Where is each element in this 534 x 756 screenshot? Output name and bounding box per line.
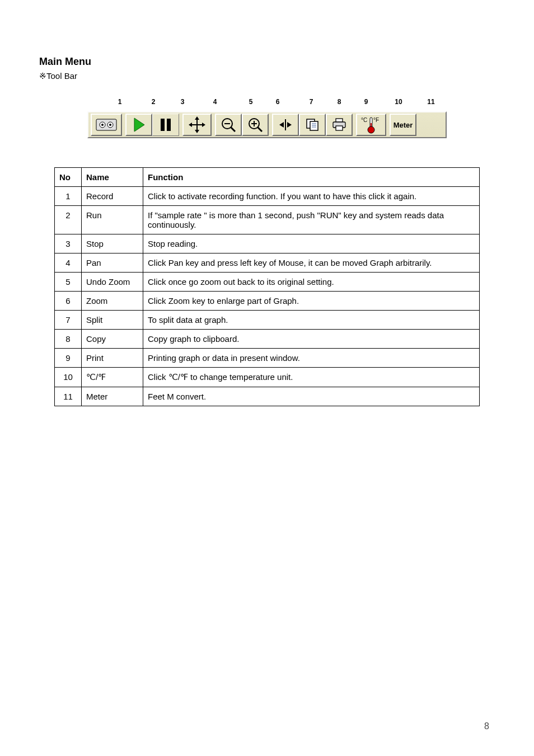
toolbar-number: 3 [181, 98, 185, 106]
svg-rect-29 [336, 119, 343, 122]
cell-no: 3 [55, 234, 82, 253]
thermometer-icon: °C °F [360, 115, 382, 134]
cell-no: 7 [55, 311, 82, 330]
svg-marker-10 [195, 116, 199, 120]
toolbar-figure: 1 2 3 4 5 6 7 8 9 10 11 [87, 98, 447, 138]
svg-marker-13 [202, 123, 205, 127]
celsius-fahrenheit-button[interactable]: °C °F [356, 114, 386, 136]
svg-marker-12 [189, 123, 192, 127]
zoom-in-icon [247, 117, 263, 133]
cell-name: Pan [82, 253, 143, 273]
table-header-no: No [55, 168, 82, 187]
cell-name: Run [82, 206, 143, 234]
meter-button[interactable]: Meter [390, 114, 416, 136]
section-subtitle: ※Tool Bar [39, 71, 495, 81]
table-header-fn: Function [143, 168, 480, 187]
toolbar-number: 10 [395, 98, 402, 106]
cell-fn: Feet M convert. [143, 387, 480, 406]
table-row: 10 ℃/℉ Click ℃/℉ to change temperature u… [55, 368, 480, 387]
toolbar-description-table: No Name Function 1 Record Click to activ… [54, 167, 480, 406]
cell-name: Undo Zoom [82, 273, 143, 292]
cell-name: Record [82, 187, 143, 206]
printer-icon [331, 118, 347, 132]
table-row: 3 Stop Stop reading. [55, 234, 480, 253]
svg-rect-7 [167, 119, 171, 131]
svg-point-36 [368, 126, 374, 133]
cell-no: 6 [55, 292, 82, 311]
svg-line-20 [257, 127, 262, 132]
svg-line-16 [231, 127, 235, 132]
cell-no: 5 [55, 273, 82, 292]
cell-name: Zoom [82, 292, 143, 311]
record-button[interactable] [91, 114, 122, 136]
svg-text:°C: °C [361, 117, 367, 123]
table-row: 11 Meter Feet M convert. [55, 387, 480, 406]
table-row: 8 Copy Copy graph to clipboard. [55, 330, 480, 349]
cell-name: Meter [82, 387, 143, 406]
svg-rect-6 [161, 119, 165, 131]
toolbar-number: 2 [152, 98, 156, 106]
cell-fn: Stop reading. [143, 234, 480, 253]
run-button[interactable] [125, 114, 152, 136]
table-row: 1 Record Click to activate recording fun… [55, 187, 480, 206]
cell-fn: Click Pan key and press left key of Mous… [143, 253, 480, 273]
svg-text:°F: °F [373, 117, 379, 123]
pan-button[interactable] [182, 114, 212, 136]
zoom-out-icon [221, 117, 236, 133]
toolbar-number: 11 [427, 98, 434, 106]
toolbar-number-row: 1 2 3 4 5 6 7 8 9 10 11 [87, 98, 447, 109]
cell-fn: To split data at graph. [143, 311, 480, 330]
cell-no: 4 [55, 253, 82, 273]
svg-marker-11 [195, 130, 199, 133]
cell-fn: Click to activate recording function. If… [143, 187, 480, 206]
meter-label: Meter [394, 121, 413, 129]
zoom-button[interactable] [242, 114, 269, 136]
cell-fn: Click ℃/℉ to change temperature unit. [143, 368, 480, 387]
cell-no: 9 [55, 349, 82, 368]
cell-no: 8 [55, 330, 82, 349]
table-header-name: Name [82, 168, 143, 187]
print-button[interactable] [326, 114, 353, 136]
svg-rect-31 [336, 126, 343, 130]
page-number: 8 [484, 721, 489, 731]
cell-no: 10 [55, 368, 82, 387]
toolbar-number: 7 [310, 98, 313, 106]
move-icon [189, 116, 205, 133]
table-row: 7 Split To split data at graph. [55, 311, 480, 330]
cell-fn: Click once go zoom out back to its origi… [143, 273, 480, 292]
toolbar-number: 1 [118, 98, 122, 106]
toolbar-number: 8 [338, 98, 341, 106]
cell-fn: If "sample rate " is more than 1 second,… [143, 206, 480, 234]
svg-point-4 [109, 124, 111, 126]
svg-marker-22 [279, 122, 284, 128]
svg-marker-5 [134, 118, 144, 132]
copy-icon [305, 118, 320, 132]
table-row: 4 Pan Click Pan key and press left key o… [55, 253, 480, 273]
cell-fn: Copy graph to clipboard. [143, 330, 480, 349]
split-button[interactable] [272, 114, 299, 136]
svg-rect-0 [96, 119, 116, 130]
cassette-icon [96, 119, 117, 131]
toolbar-number: 5 [249, 98, 253, 106]
undo-zoom-button[interactable] [215, 114, 242, 136]
split-icon [278, 118, 293, 132]
toolbar-number: 9 [364, 98, 368, 106]
section-title: Main Menu [39, 56, 495, 68]
table-row: 6 Zoom Click Zoom key to enlarge part of… [55, 292, 480, 311]
play-icon [132, 117, 146, 133]
toolbar: °C °F Meter [87, 111, 447, 138]
stop-button[interactable] [152, 114, 179, 136]
cell-name: Split [82, 311, 143, 330]
table-row: 2 Run If "sample rate " is more than 1 s… [55, 206, 480, 234]
cell-no: 11 [55, 387, 82, 406]
cell-no: 1 [55, 187, 82, 206]
pause-icon [160, 118, 172, 132]
cell-fn: Printing graph or data in present window… [143, 349, 480, 368]
cell-fn: Click Zoom key to enlarge part of Graph. [143, 292, 480, 311]
svg-point-2 [101, 124, 104, 126]
svg-rect-25 [310, 121, 318, 130]
table-row: 9 Print Printing graph or data in presen… [55, 349, 480, 368]
copy-button[interactable] [299, 114, 326, 136]
cell-name: ℃/℉ [82, 368, 143, 387]
toolbar-number: 4 [213, 98, 217, 106]
